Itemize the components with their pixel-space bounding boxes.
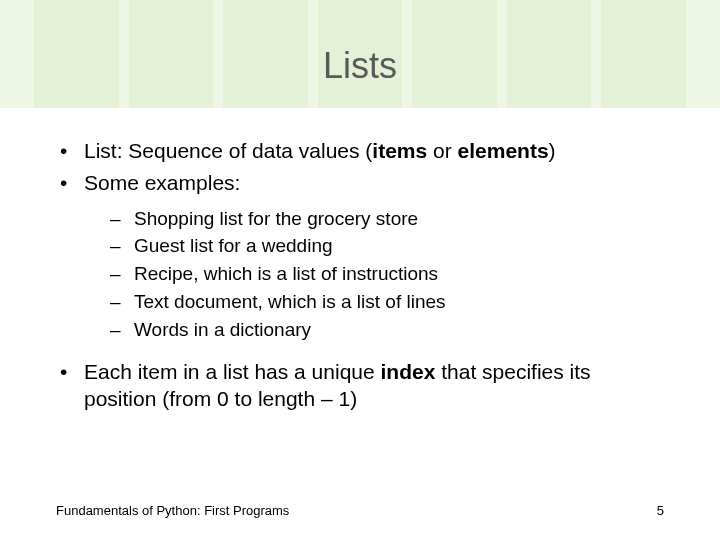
bullet-item: • Each item in a list has a unique index…: [56, 359, 664, 412]
bullet-icon: •: [56, 170, 84, 196]
text-span: Each item in a list has a unique: [84, 360, 381, 383]
sub-bullet-item: – Text document, which is a list of line…: [110, 290, 664, 314]
sub-bullet-item: – Recipe, which is a list of instruction…: [110, 262, 664, 286]
dash-icon: –: [110, 262, 134, 286]
text-span: or: [427, 139, 457, 162]
sub-bullet-item: – Guest list for a wedding: [110, 234, 664, 258]
sub-bullet-text: Shopping list for the grocery store: [134, 207, 418, 231]
sub-bullet-text: Recipe, which is a list of instructions: [134, 262, 438, 286]
bullet-item: • List: Sequence of data values (items o…: [56, 138, 664, 164]
page-number: 5: [657, 503, 664, 518]
sub-bullet-text: Guest list for a wedding: [134, 234, 333, 258]
bullet-text: Each item in a list has a unique index t…: [84, 359, 664, 412]
sub-bullet-group: – Shopping list for the grocery store – …: [110, 207, 664, 342]
bullet-text: List: Sequence of data values (items or …: [84, 138, 664, 164]
title-header: Lists: [0, 0, 720, 108]
dash-icon: –: [110, 318, 134, 342]
text-bold: items: [372, 139, 427, 162]
slide-content: • List: Sequence of data values (items o…: [0, 108, 720, 428]
bullet-item: • Some examples:: [56, 170, 664, 196]
bullet-icon: •: [56, 359, 84, 385]
sub-bullet-item: – Words in a dictionary: [110, 318, 664, 342]
text-span: List: Sequence of data values (: [84, 139, 372, 162]
text-bold: elements: [458, 139, 549, 162]
dash-icon: –: [110, 290, 134, 314]
bullet-text: Some examples:: [84, 170, 664, 196]
sub-bullet-item: – Shopping list for the grocery store: [110, 207, 664, 231]
sub-bullet-text: Text document, which is a list of lines: [134, 290, 446, 314]
dash-icon: –: [110, 234, 134, 258]
sub-bullet-text: Words in a dictionary: [134, 318, 311, 342]
text-bold: index: [381, 360, 436, 383]
slide-footer: Fundamentals of Python: First Programs 5: [56, 503, 664, 518]
slide-title: Lists: [323, 45, 397, 87]
footer-left-text: Fundamentals of Python: First Programs: [56, 503, 289, 518]
dash-icon: –: [110, 207, 134, 231]
text-span: ): [549, 139, 556, 162]
bullet-icon: •: [56, 138, 84, 164]
